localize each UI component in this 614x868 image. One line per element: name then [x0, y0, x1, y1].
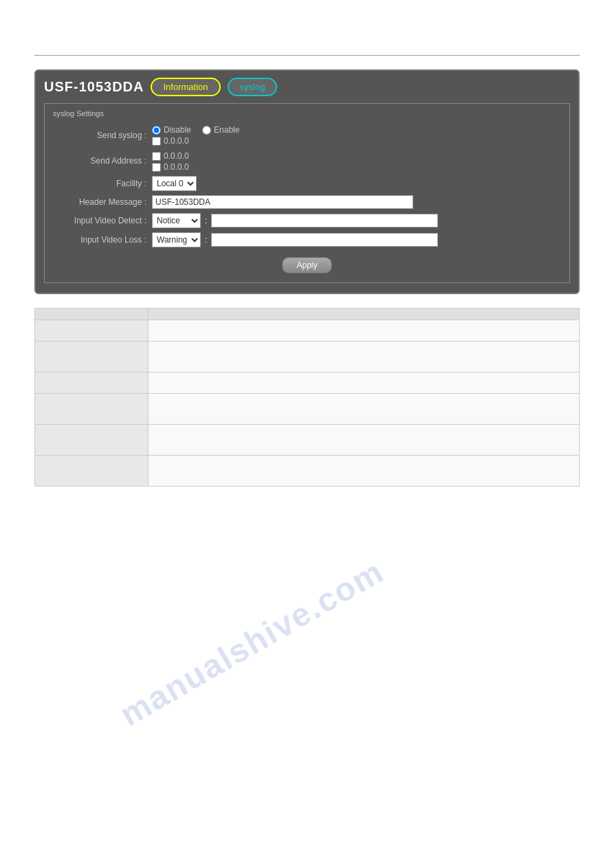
- send-address-checkbox1: 0.0.0.0: [152, 151, 558, 161]
- facility-select[interactable]: Local 0 Local 1 Local 2 Local 3: [152, 176, 197, 191]
- send-address-checkbox2: 0.0.0.0: [152, 162, 558, 172]
- facility-value: Local 0 Local 1 Local 2 Local 3: [149, 174, 561, 193]
- info-table-col1-header: [35, 309, 149, 320]
- syslog-settings-box: syslog Settings Send syslog : Disable: [44, 103, 570, 283]
- apply-cell: Apply: [53, 249, 561, 276]
- info-table: [34, 308, 580, 487]
- input-video-detect-value: Notice Warning Error :: [149, 211, 561, 230]
- table-cell-value: [149, 425, 580, 456]
- input-video-loss-value: Notice Warning Error :: [149, 230, 561, 249]
- syslog-settings-legend: syslog Settings: [53, 109, 561, 118]
- table-row: [35, 342, 580, 372]
- top-divider: [34, 55, 580, 56]
- send-syslog-checkbox[interactable]: [152, 137, 161, 146]
- send-syslog-value: Disable Enable 0.0.0.0: [149, 123, 561, 148]
- send-syslog-radio-group: Disable Enable: [152, 125, 558, 135]
- enable-radio[interactable]: [202, 126, 211, 135]
- send-address-value: 0.0.0.0 0.0.0.0: [149, 148, 561, 174]
- send-syslog-row: Send syslog : Disable Enable: [53, 123, 561, 148]
- header-message-input[interactable]: [152, 195, 413, 209]
- apply-row: Apply: [53, 249, 561, 276]
- table-cell-value: [149, 456, 580, 487]
- table-row: [35, 425, 580, 456]
- device-header: USF-1053DDA Information syslog: [44, 78, 570, 96]
- apply-button[interactable]: Apply: [282, 257, 331, 274]
- table-cell-value: [149, 372, 580, 394]
- input-video-loss-colon: :: [205, 235, 207, 245]
- input-video-detect-colon: :: [205, 216, 207, 225]
- input-video-detect-row: Input Video Detect : Notice Warning Erro…: [53, 211, 561, 230]
- device-title: USF-1053DDA: [44, 79, 144, 95]
- table-cell-label: [35, 342, 149, 372]
- header-message-value: [149, 193, 561, 211]
- send-syslog-checkbox-row: 0.0.0.0: [152, 136, 558, 146]
- table-row: [35, 394, 580, 425]
- tab-information[interactable]: Information: [151, 78, 220, 96]
- table-cell-value: [149, 320, 580, 342]
- table-cell-label: [35, 394, 149, 425]
- send-syslog-label: Send syslog :: [53, 123, 149, 148]
- info-table-header-row: [35, 309, 580, 320]
- table-cell-label: [35, 372, 149, 394]
- table-cell-label: [35, 320, 149, 342]
- input-video-loss-select[interactable]: Notice Warning Error: [152, 232, 201, 247]
- table-cell-value: [149, 394, 580, 425]
- address-checkbox-1[interactable]: [152, 152, 161, 161]
- disable-radio-label[interactable]: Disable: [152, 125, 191, 135]
- input-video-loss-input[interactable]: [211, 233, 438, 247]
- table-row: [35, 372, 580, 394]
- enable-radio-label[interactable]: Enable: [202, 125, 239, 135]
- input-video-loss-label: Input Video Loss :: [53, 230, 149, 249]
- table-cell-label: [35, 456, 149, 487]
- watermark: manualshive.com: [113, 552, 390, 733]
- address-ip-1: 0.0.0.0: [164, 151, 189, 161]
- tab-syslog[interactable]: syslog: [228, 78, 278, 96]
- facility-row: Facility : Local 0 Local 1 Local 2 Local…: [53, 174, 561, 193]
- facility-label: Facility :: [53, 174, 149, 193]
- table-cell-value: [149, 342, 580, 372]
- header-message-label: Header Message :: [53, 193, 149, 211]
- input-video-detect-label: Input Video Detect :: [53, 211, 149, 230]
- disable-radio[interactable]: [152, 126, 161, 135]
- send-syslog-ip: 0.0.0.0: [164, 136, 189, 146]
- address-checkbox-2[interactable]: [152, 163, 161, 172]
- send-address-label: Send Address :: [53, 148, 149, 174]
- info-table-col2-header: [149, 309, 580, 320]
- table-row: [35, 456, 580, 487]
- device-panel: USF-1053DDA Information syslog syslog Se…: [34, 69, 580, 294]
- address-ip-2: 0.0.0.0: [164, 162, 189, 172]
- header-message-row: Header Message :: [53, 193, 561, 211]
- table-row: [35, 320, 580, 342]
- input-video-loss-row: Input Video Loss : Notice Warning Error …: [53, 230, 561, 249]
- input-video-detect-select[interactable]: Notice Warning Error: [152, 213, 201, 228]
- settings-table: Send syslog : Disable Enable: [53, 123, 561, 276]
- input-video-detect-input[interactable]: [211, 214, 438, 227]
- enable-label: Enable: [214, 125, 239, 135]
- table-cell-label: [35, 425, 149, 456]
- send-address-row: Send Address : 0.0.0.0 0.0.0.0: [53, 148, 561, 174]
- disable-label: Disable: [164, 125, 191, 135]
